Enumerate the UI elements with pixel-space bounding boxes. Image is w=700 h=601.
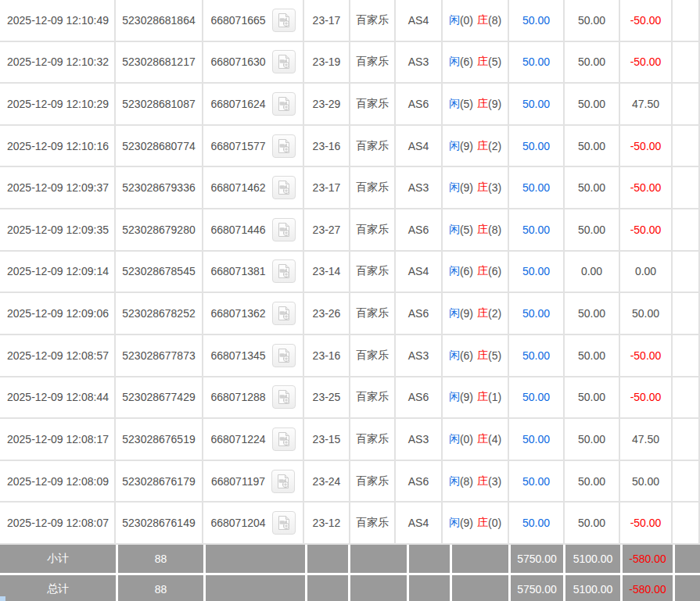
win-loss: -50.00 bbox=[620, 503, 673, 545]
bet-amount-link[interactable]: 50.00 bbox=[509, 167, 565, 209]
round-number: 668071224 bbox=[210, 433, 265, 445]
bet-amount-link[interactable]: 50.00 bbox=[509, 461, 565, 503]
bet-number: 523028680774 bbox=[116, 126, 203, 168]
row-empty-cell bbox=[673, 126, 700, 168]
video-replay-button[interactable] bbox=[272, 302, 296, 325]
video-replay-button[interactable] bbox=[272, 344, 296, 367]
bet-number: 523028681864 bbox=[116, 0, 203, 42]
subtotal-count: 88 bbox=[118, 545, 203, 573]
scroll-corner-artifact bbox=[0, 596, 5, 601]
table-name: AS6 bbox=[396, 209, 443, 252]
video-replay-button[interactable] bbox=[272, 92, 296, 116]
bet-number: 523028679336 bbox=[116, 167, 203, 209]
banker-points: (8) bbox=[488, 14, 501, 27]
bet-amount-link[interactable]: 50.00 bbox=[509, 503, 565, 545]
bet-number: 523028681087 bbox=[116, 84, 203, 126]
banker-label: 庄 bbox=[477, 306, 488, 320]
shoe-round: 23-25 bbox=[304, 377, 350, 420]
video-replay-button[interactable] bbox=[272, 427, 296, 451]
subtotal-valid-amount: 5100.00 bbox=[565, 545, 620, 573]
bet-amount-link[interactable]: 50.00 bbox=[509, 0, 565, 42]
bet-amount-link[interactable]: 50.00 bbox=[509, 42, 565, 84]
bet-amount-link[interactable]: 50.00 bbox=[509, 335, 565, 377]
bet-number: 523028681217 bbox=[116, 42, 203, 84]
banker-label: 庄 bbox=[477, 139, 488, 153]
summary-empty-cell bbox=[206, 575, 305, 601]
bet-amount-link[interactable]: 50.00 bbox=[509, 419, 565, 461]
game-name: 百家乐 bbox=[350, 167, 396, 209]
win-loss: 50.00 bbox=[620, 461, 673, 503]
bet-amount-link[interactable]: 50.00 bbox=[509, 209, 565, 252]
shoe-round: 23-15 bbox=[304, 419, 350, 461]
round-cell: 668071624 bbox=[203, 84, 304, 126]
video-replay-button[interactable] bbox=[272, 134, 296, 158]
bet-amount-link[interactable]: 50.00 bbox=[509, 293, 565, 335]
table-name: AS6 bbox=[396, 377, 443, 420]
bet-amount-link[interactable]: 50.00 bbox=[509, 84, 565, 126]
player-label: 闲 bbox=[449, 390, 460, 404]
bet-time: 2025-12-09 12:09:35 bbox=[0, 209, 116, 252]
round-cell: 668071362 bbox=[203, 293, 304, 335]
video-replay-button[interactable] bbox=[272, 385, 296, 409]
valid-amount: 50.00 bbox=[565, 126, 620, 168]
bet-amount-link[interactable]: 50.00 bbox=[509, 252, 565, 294]
round-cell: 668071665 bbox=[203, 0, 304, 42]
banker-points: (9) bbox=[488, 98, 501, 110]
banker-label: 庄 bbox=[477, 474, 488, 488]
round-number: 668071362 bbox=[210, 307, 265, 320]
round-number: 668071577 bbox=[210, 140, 265, 152]
video-replay-button[interactable] bbox=[272, 218, 296, 241]
row-empty-cell bbox=[673, 335, 700, 377]
banker-points: (8) bbox=[488, 224, 501, 236]
bet-number: 523028676149 bbox=[116, 503, 203, 545]
valid-amount: 50.00 bbox=[565, 335, 620, 377]
shoe-round: 23-26 bbox=[304, 293, 350, 335]
video-replay-button[interactable] bbox=[272, 511, 296, 535]
banker-points: (1) bbox=[488, 391, 501, 403]
video-file-icon bbox=[276, 54, 292, 70]
round-cell: 668071345 bbox=[203, 335, 304, 377]
round-number: 668071665 bbox=[210, 14, 265, 27]
bet-amount-link[interactable]: 50.00 bbox=[509, 377, 565, 420]
banker-label: 庄 bbox=[477, 349, 488, 363]
row-empty-cell bbox=[673, 503, 700, 545]
shoe-round: 23-29 bbox=[304, 84, 350, 126]
game-name: 百家乐 bbox=[350, 461, 396, 503]
video-file-icon bbox=[276, 138, 292, 154]
video-replay-button[interactable] bbox=[272, 176, 296, 199]
video-replay-button[interactable] bbox=[272, 9, 296, 32]
round-number: 668071381 bbox=[210, 265, 265, 277]
total-label: 总计 bbox=[0, 575, 116, 601]
player-label: 闲 bbox=[449, 139, 460, 153]
valid-amount: 50.00 bbox=[565, 461, 620, 503]
banker-label: 庄 bbox=[477, 13, 488, 27]
shoe-round: 23-19 bbox=[304, 42, 350, 84]
game-result: 闲 (0) 庄 (4) bbox=[443, 419, 509, 461]
banker-label: 庄 bbox=[477, 390, 488, 404]
total-valid-amount: 5100.00 bbox=[565, 575, 620, 601]
video-replay-button[interactable] bbox=[272, 259, 296, 283]
valid-amount: 50.00 bbox=[565, 167, 620, 209]
round-cell: 668071462 bbox=[203, 167, 304, 209]
banker-label: 庄 bbox=[477, 97, 488, 111]
valid-amount: 50.00 bbox=[565, 503, 620, 545]
records-table: 2025-12-09 12:10:49 523028681864 6680716… bbox=[0, 0, 700, 545]
video-file-icon bbox=[276, 431, 292, 447]
shoe-round: 23-17 bbox=[304, 0, 350, 42]
game-name: 百家乐 bbox=[350, 0, 396, 42]
bet-records-page: 2025-12-09 12:10:49 523028681864 6680716… bbox=[0, 0, 700, 601]
video-file-icon bbox=[275, 474, 291, 489]
video-file-icon bbox=[276, 13, 292, 28]
video-replay-button[interactable] bbox=[271, 470, 295, 493]
table-name: AS3 bbox=[396, 335, 443, 377]
win-loss: -50.00 bbox=[620, 0, 673, 42]
round-number: 668071630 bbox=[210, 55, 265, 68]
player-label: 闲 bbox=[449, 432, 460, 446]
table-name: AS4 bbox=[396, 503, 443, 545]
bet-number: 523028676179 bbox=[116, 461, 203, 503]
video-replay-button[interactable] bbox=[272, 50, 296, 73]
bet-number: 523028678545 bbox=[116, 252, 203, 294]
row-empty-cell bbox=[673, 293, 700, 335]
shoe-round: 23-12 bbox=[304, 503, 350, 545]
bet-amount-link[interactable]: 50.00 bbox=[509, 126, 565, 168]
